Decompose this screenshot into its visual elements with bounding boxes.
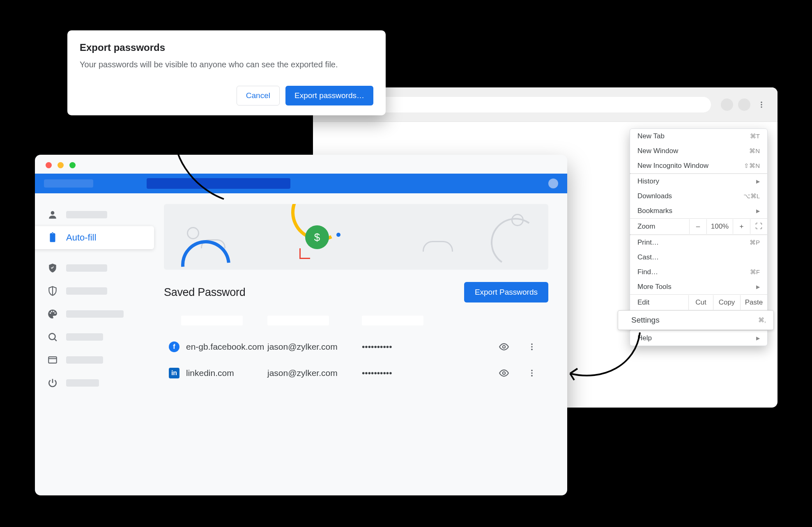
username-cell: jason@zylker.com <box>267 368 362 378</box>
svg-point-3 <box>51 211 55 215</box>
sidebar-label-placeholder <box>66 310 124 318</box>
avatar-circle[interactable] <box>721 99 733 111</box>
menu-print[interactable]: Print… ⌘P <box>630 235 767 250</box>
column-header-placeholder <box>362 316 423 325</box>
extension-circle[interactable] <box>738 99 750 111</box>
column-header-placeholder <box>267 316 329 325</box>
submenu-arrow-icon: ▶ <box>756 179 760 184</box>
facebook-icon: f <box>169 341 179 352</box>
settings-sidebar: Auto-fill <box>35 193 153 495</box>
dialog-body: Your passwords will be visible to anyone… <box>80 60 373 69</box>
power-icon <box>47 378 58 388</box>
sidebar-item-appearance[interactable] <box>35 302 153 325</box>
show-password-icon[interactable] <box>498 367 510 379</box>
sidebar-item-label: Auto-fill <box>66 232 96 243</box>
sidebar-label-placeholder <box>66 264 107 272</box>
password-row: f en-gb.facebook.com jason@zylker.com ••… <box>164 334 548 360</box>
sidebar-label-placeholder <box>66 211 107 218</box>
export-passwords-button[interactable]: Export Passwords <box>464 282 548 302</box>
svg-point-4 <box>50 312 51 314</box>
sidebar-item-privacy[interactable] <box>35 280 153 302</box>
shield-check-icon <box>47 263 58 273</box>
menu-shortcut: ⌥⌘L <box>743 192 760 200</box>
submenu-arrow-icon: ▶ <box>756 208 760 214</box>
zoom-minus-button[interactable]: – <box>689 219 706 234</box>
dialog-title: Export passwords <box>80 42 373 53</box>
show-password-icon[interactable] <box>498 341 510 353</box>
person-icon <box>47 209 58 220</box>
zoom-window-icon[interactable] <box>69 162 76 168</box>
minimize-window-icon[interactable] <box>58 162 64 168</box>
export-confirm-button[interactable]: Export passwords… <box>285 86 373 105</box>
passwords-table: f en-gb.facebook.com jason@zylker.com ••… <box>164 312 548 386</box>
menu-downloads[interactable]: Downloads ⌥⌘L <box>630 189 767 204</box>
menu-label: Bookmarks <box>637 207 672 215</box>
zoom-percent-label: 100% <box>706 219 733 234</box>
menu-label: Cast… <box>637 253 659 261</box>
svg-rect-9 <box>48 357 57 363</box>
menu-more-tools[interactable]: More Tools ▶ <box>630 280 767 294</box>
username-cell: jason@zylker.com <box>267 342 362 352</box>
more-vert-icon[interactable] <box>755 99 768 111</box>
edit-copy-button[interactable]: Copy <box>713 295 740 310</box>
menu-cast[interactable]: Cast… <box>630 250 767 265</box>
search-icon <box>47 332 58 342</box>
svg-point-8 <box>49 333 55 339</box>
menu-help[interactable]: Help ▶ <box>630 331 767 346</box>
header-avatar-icon[interactable] <box>548 179 558 188</box>
close-window-icon[interactable] <box>46 162 52 168</box>
site-name[interactable]: en-gb.facebook.com <box>186 342 264 352</box>
settings-header-bar <box>35 174 567 193</box>
menu-new-incognito[interactable]: New Incognito Window ⇧⌘N <box>630 158 767 173</box>
menu-label: New Window <box>637 147 678 155</box>
linkedin-icon: in <box>169 368 179 378</box>
menu-find[interactable]: Find… ⌘F <box>630 265 767 280</box>
table-header-row <box>164 312 548 334</box>
menu-label: Print… <box>637 238 659 247</box>
menu-label: History <box>637 177 659 186</box>
menu-history[interactable]: History ▶ <box>630 174 767 189</box>
fullscreen-icon[interactable]: ⛶ <box>750 219 767 234</box>
menu-zoom-row: Zoom – 100% + ⛶ <box>630 218 767 234</box>
svg-point-0 <box>761 101 762 103</box>
export-passwords-dialog: Export passwords Your passwords will be … <box>67 30 386 115</box>
password-cell: •••••••••• <box>362 368 452 378</box>
sidebar-item-search[interactable] <box>35 325 153 348</box>
arrow-annotation-icon <box>562 328 644 386</box>
menu-shortcut: ⌘P <box>750 239 760 246</box>
sidebar-item-on-startup[interactable] <box>35 371 153 394</box>
sidebar-label-placeholder <box>66 333 103 341</box>
menu-label: Find… <box>637 268 658 276</box>
sidebar-label-placeholder <box>66 379 99 387</box>
sidebar-item-safety-check[interactable] <box>35 257 153 280</box>
sidebar-item-you-and-google[interactable] <box>35 203 153 226</box>
row-more-icon[interactable] <box>526 341 538 353</box>
menu-new-tab[interactable]: New Tab ⌘T <box>630 129 767 144</box>
submenu-arrow-icon: ▶ <box>756 335 760 341</box>
site-name[interactable]: linkedin.com <box>186 368 234 378</box>
svg-point-2 <box>761 106 762 108</box>
sidebar-item-autofill[interactable]: Auto-fill <box>35 226 154 249</box>
dollar-badge-icon: $ <box>305 225 329 249</box>
menu-label: Zoom <box>630 219 689 234</box>
sidebar-item-default-browser[interactable] <box>35 348 153 371</box>
menu-new-window[interactable]: New Window ⌘N <box>630 144 767 158</box>
menu-label: Settings <box>631 316 660 325</box>
zoom-plus-button[interactable]: + <box>733 219 750 234</box>
browser-overflow-menu: New Tab ⌘T New Window ⌘N New Incognito W… <box>630 128 768 346</box>
menu-label: New Incognito Window <box>637 162 708 170</box>
menu-shortcut: ⌘, <box>758 316 766 324</box>
hero-illustration: $ <box>164 204 548 270</box>
menu-shortcut: ⌘T <box>750 133 760 140</box>
menu-bookmarks[interactable]: Bookmarks ▶ <box>630 204 767 218</box>
menu-settings[interactable]: Settings ⌘, <box>618 310 774 330</box>
edit-paste-button[interactable]: Paste <box>740 295 767 310</box>
svg-point-14 <box>503 372 506 375</box>
menu-label: Edit <box>630 295 688 310</box>
svg-point-11 <box>531 344 533 345</box>
svg-point-7 <box>54 312 55 314</box>
edit-cut-button[interactable]: Cut <box>688 295 713 310</box>
arrow-annotation-icon <box>162 121 232 203</box>
row-more-icon[interactable] <box>526 367 538 379</box>
cancel-button[interactable]: Cancel <box>237 86 280 105</box>
